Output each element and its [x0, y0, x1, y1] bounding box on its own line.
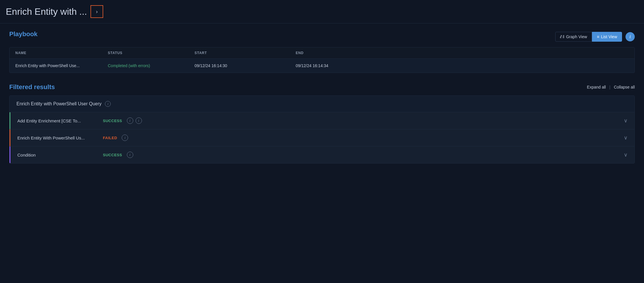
col-start: START [195, 51, 296, 55]
result-group-header: Enrich Entity with PowerShell User Query… [10, 96, 634, 112]
row-status: Completed (with errors) [108, 63, 195, 68]
filtered-results-title: Filtered results [9, 83, 55, 91]
header-bar: Enrich Entity with ... › [0, 0, 644, 23]
list-icon: ≡ [597, 34, 599, 39]
expand-collapse-controls: Expand all | Collapse all [587, 85, 635, 89]
result-item-1-status: SUCCESS [103, 119, 122, 123]
col-name: NAME [15, 51, 108, 55]
playbook-section-title: Playbook [9, 30, 38, 38]
item3-info-icon[interactable]: i [127, 152, 133, 158]
col-status: STATUS [108, 51, 195, 55]
result-item-3-status: SUCCESS [103, 153, 122, 157]
playbook-header-row: Playbook ⛙ Graph View ≡ List View i [9, 30, 635, 43]
item2-chevron-icon[interactable]: ∨ [624, 135, 628, 141]
group-info-icon[interactable]: i [105, 101, 111, 107]
result-item-3-icons: i [127, 152, 133, 158]
collapse-all-button[interactable]: Collapse all [614, 85, 635, 89]
expand-all-button[interactable]: Expand all [587, 85, 606, 89]
playbook-table: NAME STATUS START END Enrich Entity with… [9, 47, 635, 73]
result-item-3-name: Condition [17, 152, 98, 157]
results-container: Enrich Entity with PowerShell User Query… [9, 95, 635, 163]
graph-icon: ⛙ [560, 34, 564, 39]
result-item-1-left: Add Entity Enrichment [CSE To... SUCCESS… [17, 117, 624, 124]
result-item-1-name: Add Entity Enrichment [CSE To... [17, 118, 98, 123]
row-start: 09/12/24 16:14:30 [195, 63, 296, 68]
item1-info-icon-2[interactable]: i [136, 117, 142, 124]
graph-view-button[interactable]: ⛙ Graph View [555, 32, 592, 42]
result-item-2-status: FAILED [103, 136, 117, 140]
table-header: NAME STATUS START END [10, 47, 634, 59]
arrow-right-icon: › [96, 9, 98, 15]
graph-view-label: Graph View [566, 34, 587, 39]
table-row: Enrich Entity with PowerShell Use... Com… [10, 59, 634, 73]
info-top-icon[interactable]: i [626, 32, 635, 41]
item2-info-icon[interactable]: i [122, 135, 128, 141]
result-item-1-icons: i i [127, 117, 142, 124]
result-item-1: Add Entity Enrichment [CSE To... SUCCESS… [10, 112, 634, 129]
row-name: Enrich Entity with PowerShell Use... [15, 63, 108, 68]
result-item-3: Condition SUCCESS i ∨ [10, 146, 634, 163]
col-end: END [296, 51, 629, 55]
list-view-label: List View [601, 34, 617, 39]
item3-chevron-icon[interactable]: ∨ [624, 152, 628, 158]
item1-info-icon-1[interactable]: i [127, 117, 133, 124]
result-item-3-left: Condition SUCCESS i [17, 152, 624, 158]
list-view-button[interactable]: ≡ List View [592, 32, 622, 42]
result-item-2: Enrich Entity With PowerShell Us... FAIL… [10, 129, 634, 146]
page-title: Enrich Entity with ... [6, 6, 87, 17]
view-buttons: ⛙ Graph View ≡ List View [555, 32, 622, 42]
top-right-area: ⛙ Graph View ≡ List View i [555, 32, 635, 42]
result-item-2-left: Enrich Entity With PowerShell Us... FAIL… [17, 135, 624, 141]
item1-chevron-icon[interactable]: ∨ [624, 117, 628, 124]
filtered-results-header: Filtered results Expand all | Collapse a… [9, 83, 635, 91]
divider: | [609, 85, 610, 89]
result-item-2-name: Enrich Entity With PowerShell Us... [17, 135, 98, 140]
arrow-button[interactable]: › [90, 5, 103, 18]
row-end: 09/12/24 16:14:34 [296, 63, 629, 68]
main-content: Playbook ⛙ Graph View ≡ List View i NAME… [0, 23, 644, 170]
result-group-title: Enrich Entity with PowerShell User Query [16, 101, 101, 106]
result-item-2-icons: i [122, 135, 128, 141]
